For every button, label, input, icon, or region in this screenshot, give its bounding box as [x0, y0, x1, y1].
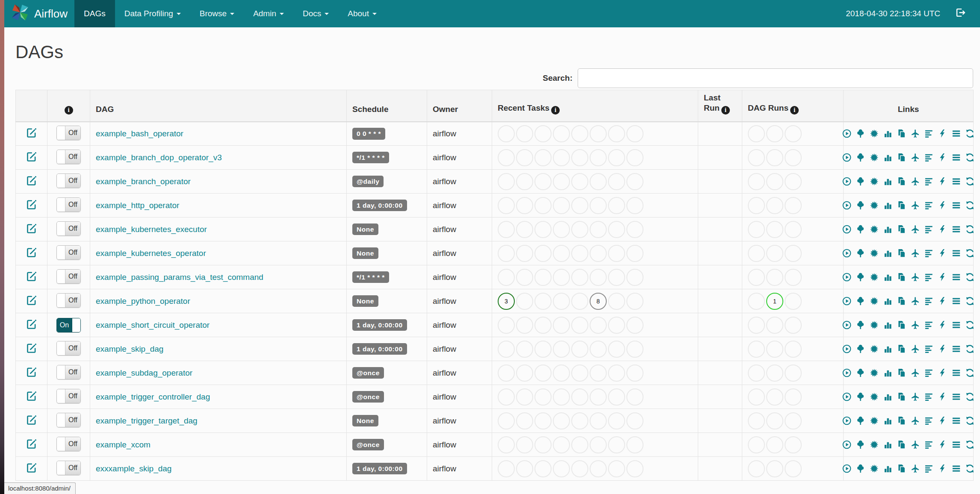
recent-task-circle[interactable] [608, 388, 625, 406]
landing-times-icon[interactable] [910, 440, 920, 450]
recent-task-circle[interactable] [553, 221, 570, 238]
task-tries-icon[interactable] [897, 153, 906, 162]
dag-link[interactable]: example_kubernetes_operator [96, 249, 206, 258]
trigger-dag-icon[interactable] [842, 368, 852, 378]
logs-icon[interactable] [951, 464, 961, 473]
recent-task-circle[interactable] [571, 436, 588, 453]
graph-view-icon[interactable] [869, 129, 879, 138]
tree-view-icon[interactable] [856, 296, 865, 306]
task-tries-icon[interactable] [897, 464, 906, 473]
recent-task-circle[interactable] [553, 173, 570, 190]
nav-item-about[interactable]: About [338, 0, 386, 27]
recent-task-circle[interactable] [516, 388, 533, 406]
recent-task-circle[interactable] [626, 317, 643, 334]
dag-run-circle[interactable] [785, 269, 802, 286]
dag-pause-toggle[interactable]: Off [56, 293, 81, 308]
logs-icon[interactable] [951, 200, 961, 210]
recent-task-circle[interactable] [553, 125, 570, 142]
landing-times-icon[interactable] [910, 248, 920, 258]
recent-task-circle[interactable] [626, 197, 643, 214]
dag-run-circle[interactable] [748, 293, 765, 310]
recent-task-circle[interactable] [608, 221, 625, 238]
recent-task-circle[interactable] [571, 173, 588, 190]
landing-times-icon[interactable] [910, 200, 920, 210]
graph-view-icon[interactable] [869, 368, 879, 378]
dag-pause-toggle[interactable]: Off [56, 126, 81, 140]
landing-times-icon[interactable] [910, 176, 920, 186]
dag-pause-toggle[interactable]: Off [56, 341, 81, 356]
recent-task-circle[interactable] [498, 221, 515, 238]
task-duration-icon[interactable] [883, 440, 893, 450]
recent-task-circle[interactable] [534, 412, 552, 429]
recent-task-circle[interactable] [608, 436, 625, 453]
recent-task-circle[interactable] [534, 125, 552, 142]
recent-task-circle[interactable] [590, 341, 607, 358]
dag-pause-toggle[interactable]: Off [56, 221, 81, 236]
code-view-icon[interactable] [938, 129, 948, 138]
logs-icon[interactable] [951, 392, 961, 402]
recent-task-circle[interactable] [608, 341, 625, 358]
task-duration-icon[interactable] [883, 272, 893, 282]
dag-link[interactable]: example_short_circuit_operator [96, 321, 210, 329]
trigger-dag-icon[interactable] [842, 440, 852, 450]
recent-task-circle[interactable] [571, 365, 588, 382]
recent-task-circle[interactable] [571, 412, 588, 429]
dag-link[interactable]: example_passing_params_via_test_command [96, 273, 263, 282]
tree-view-icon[interactable] [856, 153, 865, 162]
dag-run-circle[interactable] [785, 436, 802, 453]
dag-link[interactable]: example_branch_dop_operator_v3 [96, 153, 222, 162]
refresh-icon[interactable] [965, 416, 975, 426]
logs-icon[interactable] [951, 176, 961, 186]
refresh-icon[interactable] [965, 320, 975, 330]
dag-link[interactable]: example_trigger_target_dag [96, 416, 198, 425]
dag-run-circle[interactable] [785, 245, 802, 262]
recent-task-circle[interactable] [516, 221, 533, 238]
refresh-icon[interactable] [965, 368, 975, 378]
recent-task-circle[interactable] [553, 365, 570, 382]
dag-run-circle[interactable] [748, 197, 765, 214]
dag-run-circle[interactable] [766, 221, 783, 238]
recent-task-circle[interactable]: 3 [498, 293, 515, 310]
gantt-view-icon[interactable] [924, 224, 934, 234]
trigger-dag-icon[interactable] [842, 248, 852, 258]
edit-dag-icon[interactable] [26, 271, 37, 282]
recent-task-circle[interactable] [608, 365, 625, 382]
task-tries-icon[interactable] [897, 224, 906, 234]
code-view-icon[interactable] [938, 320, 948, 330]
trigger-dag-icon[interactable] [842, 464, 852, 473]
dag-run-circle[interactable] [748, 460, 765, 477]
recent-task-circle[interactable] [516, 341, 533, 358]
code-view-icon[interactable] [938, 440, 948, 450]
code-view-icon[interactable] [938, 176, 948, 186]
nav-item-data-profiling[interactable]: Data Profiling [115, 0, 190, 27]
recent-task-circle[interactable] [534, 221, 552, 238]
tree-view-icon[interactable] [856, 416, 865, 426]
recent-task-circle[interactable] [516, 245, 533, 262]
landing-times-icon[interactable] [910, 344, 920, 354]
refresh-icon[interactable] [965, 464, 975, 473]
recent-task-circle[interactable] [498, 245, 515, 262]
edit-dag-icon[interactable] [26, 175, 37, 186]
gantt-view-icon[interactable] [924, 464, 934, 473]
gantt-view-icon[interactable] [924, 416, 934, 426]
dag-link[interactable]: example_http_operator [96, 201, 179, 210]
recent-task-circle[interactable] [571, 460, 588, 477]
dag-run-circle[interactable] [785, 317, 802, 334]
recent-task-circle[interactable] [626, 221, 643, 238]
edit-dag-icon[interactable] [26, 223, 37, 234]
gantt-view-icon[interactable] [924, 392, 934, 402]
recent-task-circle[interactable] [608, 269, 625, 286]
gantt-view-icon[interactable] [924, 129, 934, 138]
code-view-icon[interactable] [938, 153, 948, 162]
dag-run-circle[interactable] [748, 125, 765, 142]
trigger-dag-icon[interactable] [842, 200, 852, 210]
dag-link[interactable]: example_bash_operator [96, 129, 183, 138]
dag-pause-toggle[interactable]: Off [56, 269, 81, 284]
refresh-icon[interactable] [965, 224, 975, 234]
dag-run-circle[interactable] [748, 436, 765, 453]
graph-view-icon[interactable] [869, 320, 879, 330]
dag-run-circle[interactable] [785, 197, 802, 214]
recent-task-circle[interactable] [590, 173, 607, 190]
landing-times-icon[interactable] [910, 416, 920, 426]
logs-icon[interactable] [951, 320, 961, 330]
